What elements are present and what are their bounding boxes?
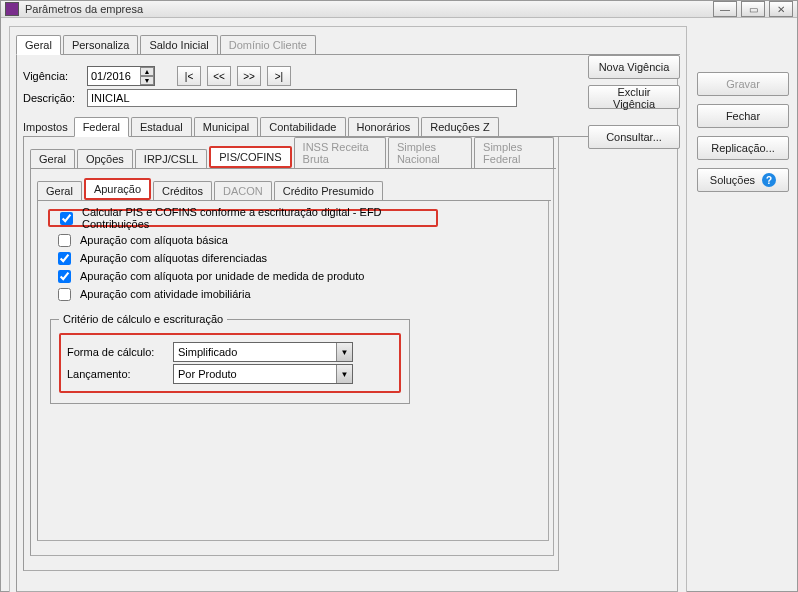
minimize-button[interactable]: — <box>713 1 737 17</box>
forma-calculo-value: Simplificado <box>174 346 336 358</box>
impostos-label: Impostos <box>23 118 74 136</box>
nav-prev-button[interactable]: << <box>207 66 231 86</box>
tab-pis-dacon: DACON <box>214 181 272 200</box>
tab-estadual[interactable]: Estadual <box>131 117 192 136</box>
gravar-button: Gravar <box>697 72 789 96</box>
tab-fed-irpj[interactable]: IRPJ/CSLL <box>135 149 207 168</box>
nova-vigencia-button[interactable]: Nova Vigência <box>588 55 680 79</box>
check-imobiliaria[interactable] <box>58 288 71 301</box>
replicacao-button[interactable]: Replicação... <box>697 136 789 160</box>
app-icon <box>5 2 19 16</box>
criterio-fieldset: Critério de cálculo e escrituração Forma… <box>50 313 410 404</box>
tabs-top: Geral Personaliza Saldo Inicial Domínio … <box>16 33 680 55</box>
tab-pis-credpres[interactable]: Crédito Presumido <box>274 181 383 200</box>
forma-label: Forma de cálculo: <box>67 346 167 358</box>
excluir-vigencia-button[interactable]: Excluir Vigência <box>588 85 680 109</box>
vigencia-down-icon[interactable]: ▼ <box>140 76 154 85</box>
lancamento-combo[interactable]: Por Produto ▼ <box>173 364 353 384</box>
criterio-legend: Critério de cálculo e escrituração <box>59 313 227 325</box>
tab-fed-piscofins[interactable]: PIS/COFINS <box>209 146 291 168</box>
tab-dominio-cliente: Domínio Cliente <box>220 35 316 54</box>
tab-municipal[interactable]: Municipal <box>194 117 258 136</box>
vigencia-label: Vigência: <box>23 70 81 82</box>
tab-saldo-inicial[interactable]: Saldo Inicial <box>140 35 217 54</box>
tabs-impostos: Impostos Federal Estadual Municipal Cont… <box>23 115 675 137</box>
check-unidade-label: Apuração com alíquota por unidade de med… <box>80 270 364 282</box>
descricao-label: Descrição: <box>23 92 81 104</box>
check-imob-label: Apuração com atividade imobiliária <box>80 288 251 300</box>
help-icon: ? <box>762 173 776 187</box>
descricao-input[interactable] <box>87 89 517 107</box>
consultar-button[interactable]: Consultar... <box>588 125 680 149</box>
vigencia-up-icon[interactable]: ▲ <box>140 67 154 76</box>
tabs-federal: Geral Opções IRPJ/CSLL PIS/COFINS INSS R… <box>30 147 556 169</box>
tab-fed-sf: Simples Federal <box>474 137 554 168</box>
vigencia-input[interactable] <box>88 67 140 85</box>
tab-contabilidade[interactable]: Contabilidade <box>260 117 345 136</box>
check-unidade[interactable] <box>58 270 71 283</box>
nav-next-button[interactable]: >> <box>237 66 261 86</box>
tab-fed-inss: INSS Receita Bruta <box>294 137 386 168</box>
tab-pis-geral[interactable]: Geral <box>37 181 82 200</box>
nav-last-button[interactable]: >| <box>267 66 291 86</box>
close-button[interactable]: ✕ <box>769 1 793 17</box>
check-efd-label: Calcular PIS e COFINS conforme a escritu… <box>82 206 430 230</box>
tab-pis-apuracao[interactable]: Apuração <box>84 178 151 200</box>
check-basica-label: Apuração com alíquota básica <box>80 234 228 246</box>
tab-reducoes-z[interactable]: Reduções Z <box>421 117 498 136</box>
chevron-down-icon[interactable]: ▼ <box>336 343 352 361</box>
tab-pis-creditos[interactable]: Créditos <box>153 181 212 200</box>
check-basica[interactable] <box>58 234 71 247</box>
tab-fed-opcoes[interactable]: Opções <box>77 149 133 168</box>
lancamento-value: Por Produto <box>174 368 336 380</box>
tab-geral[interactable]: Geral <box>16 35 61 55</box>
forma-calculo-combo[interactable]: Simplificado ▼ <box>173 342 353 362</box>
solucoes-label: Soluções <box>710 174 755 186</box>
solucoes-button[interactable]: Soluções ? <box>697 168 789 192</box>
check-diferenciadas[interactable] <box>58 252 71 265</box>
check-difer-label: Apuração com alíquotas diferenciadas <box>80 252 267 264</box>
tab-fed-geral[interactable]: Geral <box>30 149 75 168</box>
main-panel: Nova Vigência Excluir Vigência Consultar… <box>9 26 687 592</box>
nav-first-button[interactable]: |< <box>177 66 201 86</box>
titlebar: Parâmetros da empresa — ▭ ✕ <box>1 1 797 18</box>
tab-fed-sn: Simples Nacional <box>388 137 472 168</box>
tab-personaliza[interactable]: Personaliza <box>63 35 138 54</box>
tab-honorarios[interactable]: Honorários <box>348 117 420 136</box>
right-buttons: Gravar Fechar Replicação... Soluções ? <box>697 26 789 592</box>
chevron-down-icon[interactable]: ▼ <box>336 365 352 383</box>
maximize-button[interactable]: ▭ <box>741 1 765 17</box>
tab-federal[interactable]: Federal <box>74 117 129 137</box>
app-window: Parâmetros da empresa — ▭ ✕ Nova Vigênci… <box>0 0 798 592</box>
check-efd[interactable] <box>60 212 73 225</box>
window-title: Parâmetros da empresa <box>25 3 709 15</box>
fechar-button[interactable]: Fechar <box>697 104 789 128</box>
lancamento-label: Lançamento: <box>67 368 167 380</box>
tabs-piscofins: Geral Apuração Créditos DACON Crédito Pr… <box>37 179 551 201</box>
